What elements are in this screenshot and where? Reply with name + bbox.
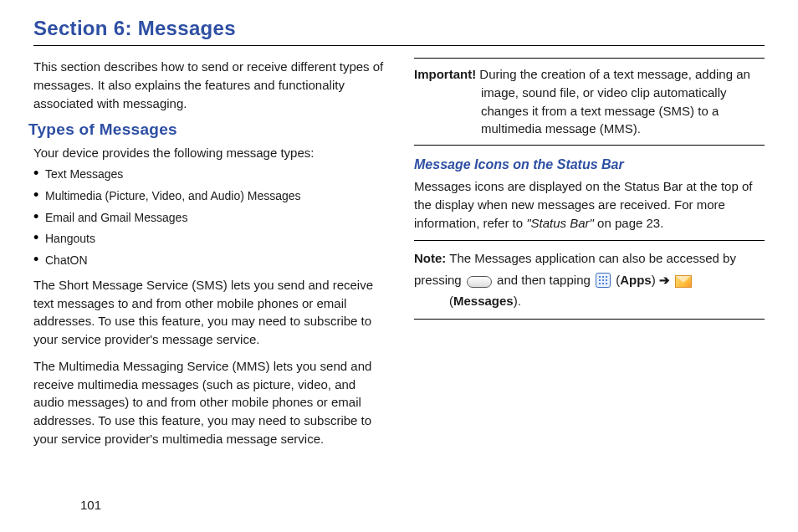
left-column: This section describes how to send or re… xyxy=(33,58,384,457)
right-column: Important! During the creation of a text… xyxy=(414,58,765,457)
note-top-rule xyxy=(414,240,765,241)
important-bottom-rule xyxy=(414,145,765,146)
section-title: Section 6: Messages xyxy=(33,17,765,40)
arrow-icon: ➔ xyxy=(659,273,670,287)
icons-body-post: on page 23. xyxy=(594,216,663,230)
important-note: Important! During the creation of a text… xyxy=(414,65,765,138)
sms-paragraph: The Short Message Service (SMS) lets you… xyxy=(33,276,384,349)
list-item: Text Messages xyxy=(33,167,384,182)
status-bar-ref: "Status Bar" xyxy=(526,216,594,230)
intro-paragraph: This section describes how to send or re… xyxy=(33,58,384,112)
access-note: Note: The Messages application can also … xyxy=(414,248,765,312)
apps-icon xyxy=(596,273,611,288)
note-line2: (Messages). xyxy=(449,290,765,312)
types-list: Text Messages Multimedia (Picture, Video… xyxy=(33,167,384,268)
apps-label: Apps xyxy=(620,273,652,287)
mms-paragraph: The Multimedia Messaging Service (MMS) l… xyxy=(33,357,384,448)
messages-label: Messages xyxy=(453,294,514,308)
types-intro: Your device provides the following messa… xyxy=(33,144,384,162)
note-label: Note: xyxy=(414,251,446,265)
content-columns: This section describes how to send or re… xyxy=(33,58,765,457)
list-item: Hangouts xyxy=(33,232,384,246)
list-item: ChatON xyxy=(33,253,384,268)
important-top-rule xyxy=(414,58,765,59)
messages-icon xyxy=(675,275,692,288)
page-number: 101 xyxy=(80,498,101,512)
types-heading: Types of Messages xyxy=(28,120,384,139)
list-item: Multimedia (Picture, Video, and Audio) M… xyxy=(33,189,384,203)
note-text-mid: and then tapping xyxy=(494,273,594,287)
home-button-icon xyxy=(467,276,492,288)
divider xyxy=(33,45,765,46)
icons-heading: Message Icons on the Status Bar xyxy=(414,157,765,172)
icons-paragraph: Messages icons are displayed on the Stat… xyxy=(414,177,765,232)
note-bottom-rule xyxy=(414,319,765,320)
list-item: Email and Gmail Messages xyxy=(33,211,384,225)
